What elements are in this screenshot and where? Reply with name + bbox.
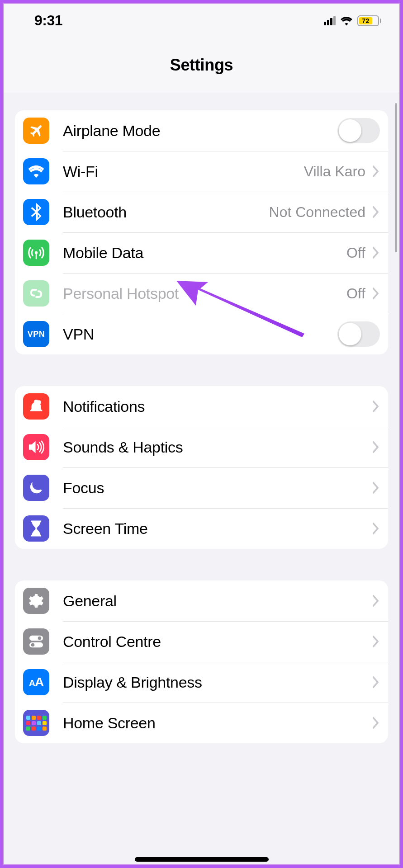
link-icon [23, 280, 49, 307]
row-general[interactable]: General [15, 580, 388, 621]
row-label: Screen Time [63, 520, 148, 538]
row-bluetooth[interactable]: Bluetooth Not Connected [15, 192, 388, 232]
settings-group-connectivity: Airplane Mode Wi-Fi Villa Karo Bluetooth… [15, 110, 388, 354]
row-label: Wi-Fi [63, 163, 98, 180]
wifi-icon [23, 158, 49, 184]
airplane-toggle[interactable] [337, 118, 380, 143]
row-label: Control Centre [63, 633, 161, 651]
speaker-icon [23, 434, 49, 460]
row-label: Personal Hotspot [63, 285, 179, 302]
chevron-right-icon [372, 438, 380, 457]
svg-point-4 [38, 637, 42, 640]
row-wifi[interactable]: Wi-Fi Villa Karo [15, 151, 388, 192]
chevron-right-icon [372, 243, 380, 263]
row-airplane-mode[interactable]: Airplane Mode [15, 110, 388, 151]
row-personal-hotspot[interactable]: Personal Hotspot Off [15, 273, 388, 314]
row-detail: Off [346, 285, 365, 302]
row-notifications[interactable]: Notifications [15, 386, 388, 427]
row-control-centre[interactable]: Control Centre [15, 621, 388, 662]
row-label: Sounds & Haptics [63, 439, 183, 456]
chevron-right-icon [372, 591, 380, 611]
vpn-icon: VPN [23, 321, 49, 347]
row-label: Display & Brightness [63, 674, 202, 691]
bluetooth-icon [23, 199, 49, 225]
row-screen-time[interactable]: Screen Time [15, 508, 388, 549]
row-mobile-data[interactable]: Mobile Data Off [15, 232, 388, 273]
svg-point-2 [37, 400, 41, 405]
row-label: Airplane Mode [63, 122, 160, 140]
row-label: Notifications [63, 398, 145, 415]
home-grid-icon [23, 710, 49, 736]
cellular-signal-icon [324, 16, 336, 25]
antenna-icon [23, 240, 49, 266]
chevron-right-icon [372, 478, 380, 498]
wifi-status-icon [340, 16, 353, 26]
svg-rect-1 [36, 254, 37, 259]
row-sounds-haptics[interactable]: Sounds & Haptics [15, 427, 388, 467]
row-home-screen[interactable]: Home Screen [15, 703, 388, 743]
row-label: Bluetooth [63, 203, 127, 221]
battery-icon: 72 [357, 15, 381, 26]
row-detail: Villa Karo [304, 163, 365, 180]
row-detail: Off [346, 245, 365, 261]
chevron-right-icon [372, 203, 380, 222]
hourglass-icon [23, 515, 49, 542]
moon-icon [23, 475, 49, 501]
page-title: Settings [4, 33, 399, 93]
row-detail: Not Connected [269, 204, 365, 221]
chevron-right-icon [372, 162, 380, 181]
chevron-right-icon [372, 519, 380, 538]
chevron-right-icon [372, 673, 380, 692]
home-indicator[interactable] [135, 857, 269, 862]
switches-icon [23, 628, 49, 655]
row-label: General [63, 592, 117, 610]
airplane-icon [23, 118, 49, 144]
chevron-right-icon [372, 397, 380, 416]
row-label: VPN [63, 326, 94, 343]
status-time: 9:31 [34, 12, 62, 29]
settings-group-general: General Control Centre AA Display & Brig… [15, 580, 388, 743]
row-label: Focus [63, 479, 104, 497]
gear-icon [23, 588, 49, 614]
chevron-right-icon [372, 632, 380, 651]
svg-point-6 [31, 643, 35, 647]
bell-icon [23, 393, 49, 420]
row-label: Home Screen [63, 714, 156, 732]
aa-icon: AA [23, 669, 49, 695]
status-bar: 9:31 72 [4, 4, 399, 33]
row-display-brightness[interactable]: AA Display & Brightness [15, 662, 388, 703]
row-label: Mobile Data [63, 244, 143, 262]
vpn-toggle[interactable] [337, 321, 380, 347]
scroll-indicator[interactable] [395, 103, 397, 252]
chevron-right-icon [372, 284, 380, 303]
row-focus[interactable]: Focus [15, 467, 388, 508]
settings-group-notifications: Notifications Sounds & Haptics Focus S [15, 386, 388, 549]
row-vpn[interactable]: VPN VPN [15, 314, 388, 354]
chevron-right-icon [372, 713, 380, 733]
